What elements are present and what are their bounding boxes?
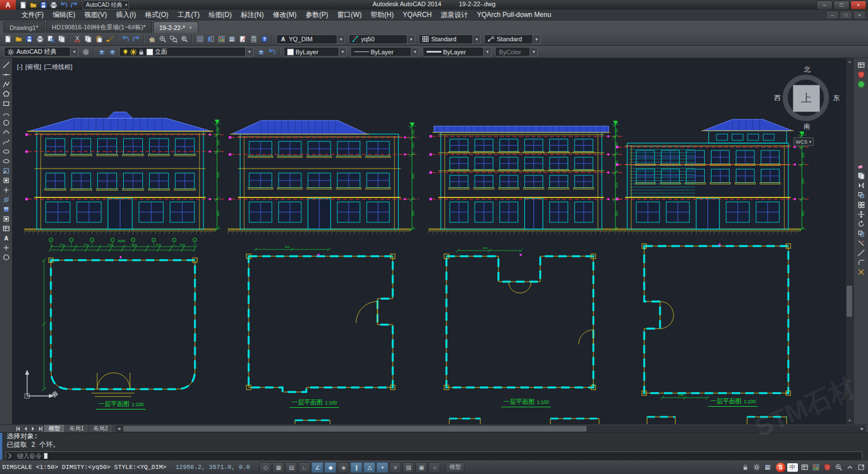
region-button[interactable] bbox=[1, 214, 11, 223]
explode-button[interactable] bbox=[856, 268, 866, 277]
ellipse-button[interactable] bbox=[1, 147, 11, 156]
file-tab-19-2-22[interactable]: 19-2-22-* × bbox=[153, 21, 198, 33]
keyboard-tray-icon[interactable] bbox=[800, 463, 809, 472]
view-control-button[interactable]: [俯视] bbox=[25, 63, 41, 70]
scroll-up-icon[interactable]: ▲ bbox=[847, 59, 852, 64]
coordinates-display[interactable]: 12956.2, 3571.0, 0.0 bbox=[175, 464, 250, 471]
scrollbar-thumb[interactable] bbox=[847, 286, 852, 317]
osnap-toggle[interactable]: ◆ bbox=[324, 462, 336, 473]
chevron-down-icon[interactable] bbox=[483, 48, 491, 56]
menu-format[interactable]: 格式(O) bbox=[141, 10, 173, 20]
snap-toggle[interactable]: ▦ bbox=[272, 462, 284, 473]
scrollbar-thumb[interactable] bbox=[123, 426, 587, 432]
open-button[interactable] bbox=[13, 34, 24, 45]
circle-button[interactable] bbox=[1, 118, 11, 127]
doc-restore-button[interactable]: □ bbox=[840, 11, 852, 19]
selection-cycling-toggle[interactable]: ○ bbox=[428, 462, 440, 473]
construction-line-button[interactable] bbox=[1, 70, 11, 79]
chevron-down-icon[interactable] bbox=[411, 48, 419, 56]
sheet-set-manager-button[interactable] bbox=[227, 34, 237, 45]
transparency-toggle[interactable]: ▨ bbox=[402, 462, 414, 473]
copy-button[interactable] bbox=[856, 171, 866, 180]
menu-tools[interactable]: 工具(T) bbox=[173, 10, 204, 20]
mleader-style-combo[interactable]: Standard bbox=[484, 35, 541, 44]
table-button[interactable] bbox=[1, 224, 11, 233]
menu-yuanquan[interactable]: 源泉设计 bbox=[436, 10, 472, 20]
grid-toggle[interactable]: ▤ bbox=[285, 462, 297, 473]
quickcalc-button[interactable] bbox=[248, 34, 259, 45]
zoom-window-button[interactable] bbox=[168, 34, 179, 45]
tab-layout2[interactable]: 布局2 bbox=[89, 425, 114, 432]
ellipse-arc-button[interactable] bbox=[1, 157, 11, 166]
menu-modify[interactable]: 修改(M) bbox=[268, 10, 301, 20]
color-combo[interactable]: ByLayer bbox=[284, 47, 347, 57]
chevron-down-icon[interactable] bbox=[338, 48, 346, 56]
scroll-left-icon[interactable]: ◀ bbox=[116, 426, 121, 432]
divide-button[interactable] bbox=[1, 243, 11, 252]
wcs-menu[interactable]: WCS bbox=[793, 137, 814, 146]
polyline-button[interactable] bbox=[1, 80, 11, 89]
360-overlay-icon[interactable] bbox=[856, 80, 866, 89]
make-block-button[interactable] bbox=[1, 176, 11, 185]
lock-tray-icon[interactable] bbox=[740, 463, 750, 472]
horizontal-scrollbar[interactable]: ◀ ▶ bbox=[115, 425, 866, 432]
insert-block-button[interactable] bbox=[1, 166, 11, 175]
menu-dimension[interactable]: 标注(N) bbox=[236, 10, 268, 20]
shield-icon[interactable] bbox=[856, 70, 866, 79]
layer-previous-button[interactable] bbox=[266, 46, 277, 57]
scale-button[interactable] bbox=[856, 229, 866, 238]
workspace-switcher[interactable]: AutoCAD 经典 bbox=[83, 1, 129, 10]
save-button[interactable] bbox=[38, 1, 49, 9]
polar-toggle[interactable]: ∠ bbox=[311, 462, 323, 473]
viewcube-west-label[interactable]: 西 bbox=[774, 93, 781, 103]
palette-tray-icon[interactable] bbox=[811, 463, 821, 472]
erase-button[interactable] bbox=[856, 162, 866, 171]
extend-button[interactable] bbox=[856, 248, 866, 257]
close-button[interactable]: × bbox=[850, 1, 866, 10]
move-button[interactable] bbox=[856, 210, 866, 219]
publish-button[interactable] bbox=[56, 34, 67, 45]
sogou-ime-icon[interactable]: S bbox=[776, 463, 785, 472]
rotate-button[interactable] bbox=[856, 219, 866, 229]
lineweight-toggle[interactable]: ≡ bbox=[389, 462, 401, 473]
undo-button[interactable] bbox=[59, 1, 69, 9]
model-space-canvas[interactable]: 6003300300039006003300300039006003000300… bbox=[12, 58, 853, 424]
menu-window[interactable]: 窗口(W) bbox=[333, 10, 366, 20]
offset-button[interactable] bbox=[856, 191, 866, 200]
menu-draw[interactable]: 绘图(D) bbox=[204, 10, 236, 20]
mirror-button[interactable] bbox=[856, 181, 866, 190]
settings-tray-icon[interactable] bbox=[752, 463, 761, 472]
first-layout-icon[interactable] bbox=[15, 425, 22, 432]
pan-button[interactable] bbox=[146, 34, 157, 45]
design-center-button[interactable] bbox=[205, 34, 216, 45]
spline-button[interactable] bbox=[1, 137, 11, 146]
tab-close-icon[interactable]: × bbox=[189, 25, 192, 31]
doc-minimize-button[interactable]: – bbox=[826, 11, 839, 19]
sheets-tray-icon[interactable] bbox=[763, 463, 772, 472]
point-button[interactable] bbox=[1, 186, 11, 195]
new-button[interactable] bbox=[2, 34, 13, 45]
prev-layout-icon[interactable] bbox=[22, 425, 29, 432]
menu-edit[interactable]: 编辑(E) bbox=[48, 10, 80, 20]
viewcube-north-label[interactable]: 北 bbox=[773, 65, 841, 75]
3d-osnap-toggle[interactable]: ◈ bbox=[337, 462, 349, 473]
trim-button[interactable] bbox=[856, 239, 866, 248]
zoom-previous-button[interactable] bbox=[179, 34, 189, 45]
search-tray-icon[interactable] bbox=[834, 463, 843, 472]
viewcube[interactable]: 北 西 东 上 南 WCS bbox=[773, 65, 841, 149]
next-layout-icon[interactable] bbox=[29, 425, 37, 432]
copy-button[interactable] bbox=[83, 34, 93, 45]
application-menu-button[interactable]: A bbox=[0, 0, 16, 10]
dim-style-combo[interactable]: yq50 bbox=[349, 35, 415, 44]
polygon-button[interactable] bbox=[1, 89, 11, 98]
cut-button[interactable] bbox=[72, 34, 83, 45]
dynamic-ucs-toggle[interactable]: △ bbox=[363, 462, 375, 473]
menu-file[interactable]: 文件(F) bbox=[17, 10, 48, 20]
redo-button[interactable] bbox=[131, 34, 141, 45]
maximize-button[interactable]: □ bbox=[834, 1, 849, 10]
undo-button[interactable] bbox=[120, 34, 131, 45]
file-tab-hd190816[interactable]: HD190816-169特色景墙(1~6#栋)* bbox=[46, 21, 152, 33]
ime-language-button[interactable]: 中 bbox=[787, 463, 798, 472]
menu-view[interactable]: 视图(V) bbox=[80, 10, 111, 20]
dynamic-input-toggle[interactable]: + bbox=[376, 462, 388, 473]
